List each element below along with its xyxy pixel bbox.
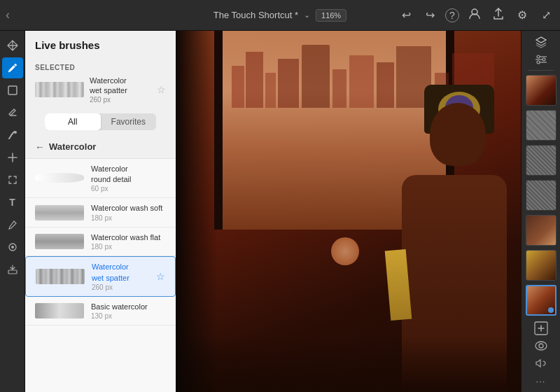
brush-info: Watercolor wash soft 180 px (91, 203, 166, 221)
fullscreen-button[interactable]: ⤢ (538, 8, 554, 22)
brush-size: 180 px (91, 243, 166, 251)
svg-rect-1 (8, 86, 17, 94)
brush-size: 60 px (91, 185, 166, 192)
settings-button[interactable]: ⚙ (514, 8, 531, 22)
header-right: ↩ ↪ ? ⚙ ⤢ (398, 8, 554, 23)
tool-smudge[interactable] (2, 125, 23, 146)
svg-point-6 (537, 55, 540, 58)
title-chevron-icon[interactable]: ⌄ (304, 10, 310, 20)
brush-stroke-wash-flat (35, 234, 84, 249)
brush-panel: Live brushes SELECTED Watercolorwet spat… (25, 31, 176, 392)
category-back-button[interactable]: ← (35, 141, 45, 153)
layer-thumb-5[interactable] (526, 215, 556, 246)
brush-size: 180 px (91, 214, 166, 222)
brush-stroke-wash-soft (35, 205, 84, 220)
more-options-button[interactable]: ··· (531, 373, 552, 389)
tool-transform[interactable] (2, 169, 23, 190)
layers-icon[interactable] (531, 34, 552, 50)
svg-point-14 (539, 344, 543, 348)
brush-info: Watercolor wash flat 180 px (91, 232, 166, 251)
svg-point-2 (14, 131, 17, 134)
brush-category-header: ← Watercolor (25, 136, 176, 159)
brush-name: Watercolor wash soft (91, 203, 166, 214)
undo-button[interactable]: ↩ (398, 8, 414, 22)
brush-panel-title: Live brushes (35, 39, 166, 51)
svg-rect-5 (8, 270, 17, 274)
brush-name: Watercolorround detail (91, 164, 166, 186)
tool-move[interactable] (2, 35, 23, 56)
svg-point-8 (537, 61, 540, 64)
favorite-selected-button[interactable]: ☆ (157, 84, 166, 95)
brush-name: Watercolorwet spatter (92, 262, 149, 284)
city-skyline (232, 52, 437, 108)
canvas-area[interactable] (176, 31, 521, 392)
panel-divider (528, 70, 554, 71)
brush-info: Basic watercolor 130 px (91, 302, 166, 320)
selected-brush-size: 260 px (90, 96, 151, 104)
tool-text[interactable]: T (2, 192, 23, 213)
brush-name: Basic watercolor (91, 302, 166, 312)
brush-stroke-round (35, 170, 84, 186)
layer-thumb-active[interactable] (526, 285, 556, 316)
brush-item[interactable]: Watercolorround detail 60 px (25, 159, 176, 199)
brush-item[interactable]: Watercolor wash flat 180 px (25, 227, 176, 256)
layer-thumb-1[interactable] (526, 75, 556, 106)
brush-panel-header: Live brushes (25, 31, 176, 64)
layer-thumb-2[interactable] (526, 110, 556, 141)
right-panel: ··· (521, 31, 560, 392)
tool-color-picker[interactable] (2, 237, 23, 258)
brush-name: Watercolor wash flat (91, 232, 166, 243)
document-title: The Touch Shortcut * (214, 10, 298, 20)
header: ‹ The Touch Shortcut * ⌄ 116% ↩ ↪ ? ⚙ ⤢ (0, 0, 560, 31)
selected-label: SELECTED (35, 64, 166, 71)
tool-eraser[interactable] (2, 102, 23, 123)
main-content: T Live brushes SELECTED Watercolorwet sp… (0, 31, 560, 392)
brush-size: 130 px (91, 312, 166, 320)
sound-button[interactable] (531, 356, 552, 372)
brush-item[interactable]: Watercolor wash soft 180 px (25, 198, 176, 227)
category-name: Watercolor (49, 141, 96, 152)
layer-thumb-6[interactable] (526, 250, 556, 281)
tool-clone[interactable] (2, 147, 23, 168)
tool-brush[interactable] (2, 57, 23, 78)
tool-shape[interactable] (2, 80, 23, 101)
back-button[interactable]: ‹ (6, 8, 10, 22)
selected-brush-info: Watercolorwet spatter 260 px (90, 76, 151, 104)
brush-item-selected[interactable]: Watercolorwet spatter 260 px ☆ (25, 256, 176, 297)
brush-item[interactable]: Basic watercolor 130 px (25, 297, 176, 326)
share-button[interactable] (490, 8, 507, 23)
figure-head (430, 103, 486, 166)
selected-brush-name: Watercolorwet spatter (90, 76, 151, 96)
brush-stroke-wet (36, 269, 85, 284)
properties-icon[interactable] (531, 51, 552, 67)
brush-info: Watercolorwet spatter 260 px (92, 262, 149, 291)
brush-stroke-basic (35, 303, 84, 318)
eye-button[interactable] (531, 337, 552, 354)
left-toolbar: T (0, 31, 25, 392)
add-layer-button[interactable] (531, 320, 552, 336)
favorite-button[interactable]: ☆ (156, 271, 165, 282)
tab-favorites[interactable]: Favorites (101, 113, 157, 130)
svg-point-7 (542, 58, 545, 61)
svg-point-4 (11, 246, 14, 248)
help-button[interactable]: ? (445, 8, 459, 22)
account-button[interactable] (466, 8, 483, 23)
tab-all[interactable]: All (45, 113, 101, 130)
artwork (176, 31, 521, 392)
left-edge-gradient (176, 31, 218, 392)
zoom-level[interactable]: 116% (316, 9, 346, 22)
tool-import[interactable] (2, 259, 23, 280)
selected-brush-row: Watercolorwet spatter 260 px ☆ (35, 76, 166, 104)
brush-list: ← Watercolor Watercolorround detail 60 p… (25, 136, 176, 392)
brush-tabs: All Favorites (45, 113, 156, 130)
selected-brush-section: SELECTED Watercolorwet spatter 260 px ☆ (25, 64, 176, 109)
layer-thumb-3[interactable] (526, 145, 556, 176)
brush-size: 260 px (92, 284, 149, 291)
header-center: The Touch Shortcut * ⌄ 116% (214, 9, 346, 22)
redo-button[interactable]: ↪ (421, 8, 438, 22)
layer-thumb-4[interactable] (526, 180, 556, 211)
tool-pen[interactable] (2, 214, 23, 235)
selected-brush-stroke (35, 82, 84, 97)
header-left: ‹ (6, 8, 10, 22)
brush-info: Watercolorround detail 60 px (91, 164, 166, 193)
